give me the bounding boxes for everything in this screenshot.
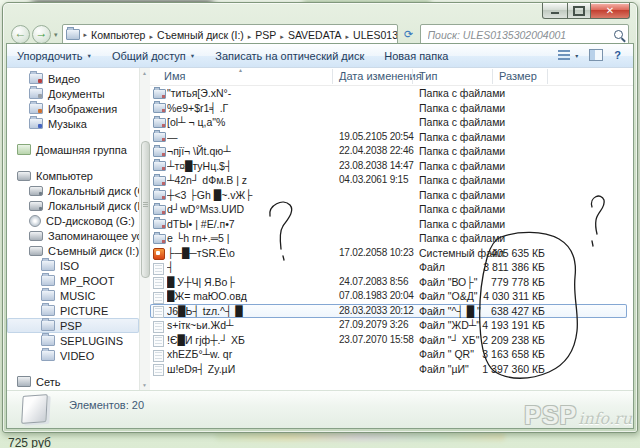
search-input[interactable]: [426, 28, 611, 42]
file-name: xhEZБ°┴w. qr: [167, 348, 329, 360]
table-row[interactable]: dТЫ• | #Е/.п•7Папка с файлами: [150, 217, 627, 232]
explorer-window: ✕ ← → ▾ КомпьютерСъемный диск (I:)PSPSAV…: [2, 2, 638, 433]
sidebar-item[interactable]: Видео: [7, 71, 139, 86]
sidebar-item[interactable]: Запоминающее устройств: [7, 228, 139, 243]
scrollbar-thumb[interactable]: [141, 141, 150, 278]
scroll-up-icon[interactable]: ▲: [140, 68, 149, 79]
breadcrumb-item[interactable]: Съемный диск (I:): [157, 29, 255, 41]
file-date: 28.03.2033 20:12: [339, 305, 414, 316]
column-header-name[interactable]: Имя: [164, 70, 185, 82]
table-row[interactable]: J6█Ь┤ tzл.^┤ █28.03.2033 20:12Файл "^┤ █…: [150, 304, 627, 319]
address-bar[interactable]: КомпьютерСъемный диск (I:)PSPSAVEDATAULE…: [62, 24, 398, 45]
price-text: 725 руб: [8, 436, 51, 448]
file-icon: [153, 89, 166, 99]
maximize-button[interactable]: [568, 3, 590, 19]
table-row[interactable]: ┼<3 ├Gh █~.vЖ├Папка с файлами: [150, 188, 627, 203]
back-button[interactable]: ←: [11, 25, 30, 44]
table-row[interactable]: e └h гn+.═5 |Папка с файлами: [150, 231, 627, 246]
sidebar-item[interactable]: CD-дисковод (G:): [7, 213, 139, 228]
table-row[interactable]: d┘wD°Мsз.UИDПапка с файлами: [150, 202, 627, 217]
forward-button[interactable]: →: [32, 25, 51, 44]
file-icon: [153, 118, 166, 128]
history-dropdown-icon[interactable]: ▾: [54, 31, 58, 39]
table-row[interactable]: xhEZБ°┴w. qrФайл " QR"3 163 658 КБ: [150, 347, 627, 362]
breadcrumb-item[interactable]: ULES0135302004001: [353, 29, 397, 41]
sidebar-item-label: PICTURE: [60, 305, 108, 317]
breadcrumb-item[interactable]: SAVEDATA: [288, 29, 353, 41]
sidebar-item[interactable]: Изображения: [7, 101, 139, 116]
file-icon: [153, 364, 164, 376]
refresh-button[interactable]: ⟳: [401, 26, 417, 43]
toolbar-button[interactable]: Записать на оптический диск: [215, 50, 364, 62]
file-name: "титья[Э.хN°-: [167, 87, 329, 99]
table-row[interactable]: █ У┼Ч| Я.Во├24.07.2083 8:56Файл "ВО├"779…: [150, 275, 627, 290]
column-divider[interactable]: [547, 69, 548, 84]
table-row[interactable]: ┴т¤█тyНц.$┤23.08.2038 14:47Папка с файла…: [150, 159, 627, 174]
table-row[interactable]: "титья[Э.хN°-Папка с файлами: [150, 86, 627, 101]
help-icon[interactable]: ?: [614, 49, 621, 61]
sidebar-scrollbar[interactable]: ▲ ▼: [139, 68, 150, 391]
table-row[interactable]: ¬пjї¬ \Йt.qю┴22.04.2038 22:46Папка с фай…: [150, 144, 627, 159]
change-view-icon[interactable]: [558, 50, 570, 60]
sidebar-item[interactable]: Локальный диск (F:): [7, 198, 139, 213]
column-header-date[interactable]: Дата изменения: [339, 70, 422, 82]
breadcrumb-item[interactable]: PSP: [255, 29, 288, 41]
toolbar-button[interactable]: Общий доступ: [112, 50, 195, 62]
column-header-type[interactable]: Тип: [419, 70, 437, 82]
file-size: 405 635 КБ: [445, 247, 545, 259]
table-row[interactable]: █Ж= mаЮО.овд07.08.1983 20:04Файл "О&Д"4 …: [150, 289, 627, 304]
sidebar-item[interactable]: MUSIC: [7, 288, 139, 303]
sidebar-item[interactable]: PICTURE: [7, 303, 139, 318]
sidebar-item[interactable]: Музыка: [7, 116, 139, 131]
file-icon: [153, 190, 166, 200]
sidebar-item[interactable]: VIDEO: [7, 348, 139, 363]
table-row[interactable]: s+iтк~ьи.Жd┴27.09.2079 3:26Файл "ЖD┴"4 1…: [150, 318, 627, 333]
file-date: 22.04.2038 22:46: [339, 145, 414, 156]
toolbar-button[interactable]: Новая папка: [384, 50, 448, 62]
minimize-button[interactable]: [542, 3, 568, 19]
sidebar-item[interactable]: ISO: [7, 258, 139, 273]
table-row[interactable]: %е9+$r1╡ .ГПапка с файлами: [150, 101, 627, 116]
file-date: 23.07.2070 15:58: [339, 334, 414, 345]
file-name: ┴42n┘ dФм.В | z: [167, 174, 329, 186]
sidebar-item-label: Видео: [48, 73, 80, 85]
sidebar-item[interactable]: Домашняя группа: [7, 142, 139, 157]
sidebar-item[interactable]: MP_ROOT: [7, 273, 139, 288]
breadcrumb-item[interactable]: Компьютер: [91, 29, 157, 41]
column-divider[interactable]: [492, 69, 493, 84]
sidebar-item[interactable]: Сеть: [7, 374, 139, 389]
table-row[interactable]: —19.05.2105 20:54Папка с файлами: [150, 130, 627, 145]
sidebar-item-icon: [29, 231, 43, 241]
column-divider[interactable]: [412, 69, 413, 84]
close-button[interactable]: ✕: [590, 3, 630, 19]
file-icon: [153, 306, 164, 318]
toolbar-button[interactable]: Упорядочить: [17, 50, 92, 62]
column-divider[interactable]: [332, 69, 333, 84]
table-row[interactable]: !Є█И гjф┼.┘ ХБ23.07.2070 15:58Файл "┘ ХБ…: [150, 333, 627, 348]
change-view-dropdown-icon[interactable]: ▾: [575, 52, 578, 59]
table-row[interactable]: [ol┴ ¬ ц,а"%Папка с файлами: [150, 115, 627, 130]
file-size: 3 811 386 КБ: [445, 261, 545, 273]
table-row[interactable]: ┴42n┘ dФм.В | z04.03.2061 9:15Папка с фа…: [150, 173, 627, 188]
file-icon: [153, 350, 164, 362]
sidebar-item[interactable]: SEPLUGINS: [7, 333, 139, 348]
sidebar-item[interactable]: [7, 131, 139, 142]
file-size: 638 427 КБ: [445, 305, 545, 317]
file-date: 27.09.2079 3:26: [339, 319, 408, 330]
sidebar-item[interactable]: Компьютер: [7, 168, 139, 183]
sidebar-item[interactable]: [7, 363, 139, 374]
table-row[interactable]: ш!eDя┤ Zy.µИФайл "µИ"1 397 360 КБ: [150, 362, 627, 377]
file-icon: [153, 161, 166, 171]
sidebar-item-icon: [41, 275, 55, 286]
sidebar-item[interactable]: Документы: [7, 86, 139, 101]
table-row[interactable]: ┤Файл3 811 386 КБ: [150, 260, 627, 275]
file-icon: [153, 147, 166, 157]
sidebar-item[interactable]: [7, 157, 139, 168]
sidebar-item[interactable]: Съемный диск (I:): [7, 243, 139, 258]
column-header-size[interactable]: Размер: [499, 70, 537, 82]
table-row[interactable]: ├─█─тSR.Ё\o17.02.2058 10:23Системный фай…: [150, 246, 627, 261]
sidebar-item[interactable]: Локальный диск (C:): [7, 183, 139, 198]
preview-pane-icon[interactable]: [589, 49, 603, 61]
sidebar-item[interactable]: PSP: [7, 318, 139, 333]
sidebar-item-label: PSP: [60, 320, 82, 332]
